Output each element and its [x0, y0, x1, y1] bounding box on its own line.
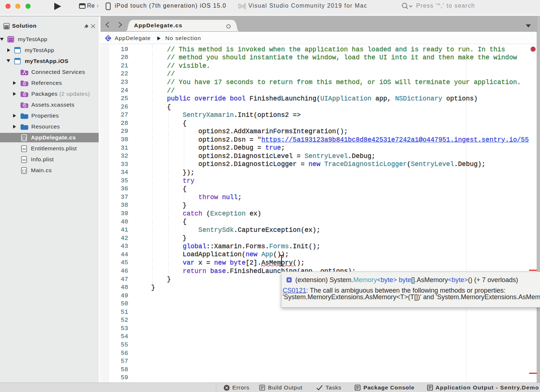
svg-text:C: C	[107, 36, 110, 41]
svg-text:{}: {}	[22, 169, 27, 173]
svg-text:{}: {}	[22, 136, 27, 140]
